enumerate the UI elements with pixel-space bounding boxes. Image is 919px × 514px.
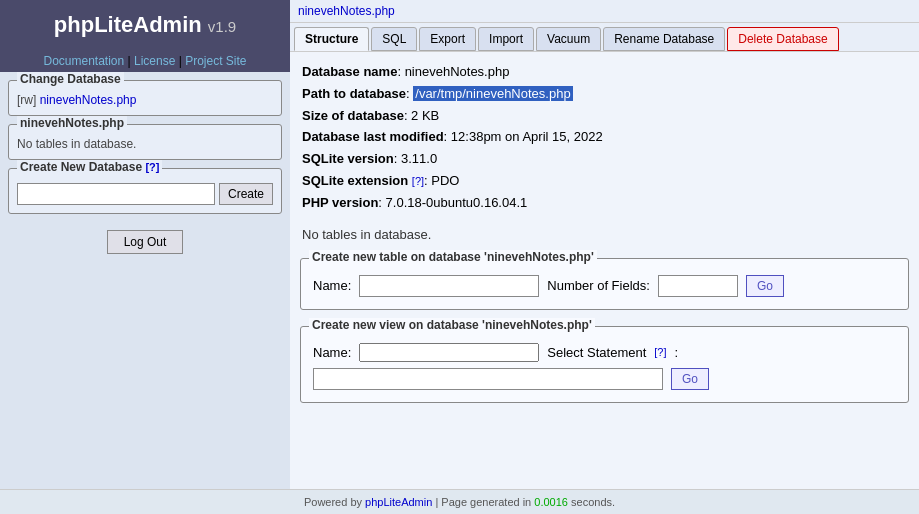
create-view-name-row: Name: Select Statement [?]: xyxy=(313,343,896,362)
sidebar-header: phpLiteAdmin v1.9 xyxy=(0,0,290,50)
change-db-legend: Change Database xyxy=(17,72,124,86)
create-view-go-button[interactable]: Go xyxy=(671,368,709,390)
tab-structure[interactable]: Structure xyxy=(294,27,369,51)
logout-button[interactable]: Log Out xyxy=(107,230,184,254)
create-table-section: Create new table on database 'ninevehNot… xyxy=(300,258,909,310)
breadcrumb-link[interactable]: ninevehNotes.php xyxy=(298,4,395,18)
current-db-box: ninevehNotes.php No tables in database. xyxy=(8,124,282,160)
create-view-select-label: Select Statement xyxy=(547,345,646,360)
db-modified-line: Database last modified: 12:38pm on April… xyxy=(302,127,907,148)
tab-delete-db[interactable]: Delete Database xyxy=(727,27,838,51)
create-table-row: Name: Number of Fields: Go xyxy=(313,267,896,297)
db-size-line: Size of database: 2 KB xyxy=(302,106,907,127)
create-table-fields-input[interactable] xyxy=(658,275,738,297)
tab-sql[interactable]: SQL xyxy=(371,27,417,51)
app-version: v1.9 xyxy=(208,18,236,35)
breadcrumb: ninevehNotes.php xyxy=(290,0,919,23)
documentation-link[interactable]: Documentation xyxy=(43,54,124,68)
license-link[interactable]: License xyxy=(134,54,175,68)
current-db-link[interactable]: ninevehNotes.php xyxy=(40,93,137,107)
create-db-input[interactable] xyxy=(17,183,215,205)
create-view-select-row: Go xyxy=(313,368,896,390)
create-table-name-input[interactable] xyxy=(359,275,539,297)
change-db-box: Change Database [rw] ninevehNotes.php xyxy=(8,80,282,116)
create-db-help-link[interactable]: [?] xyxy=(145,161,159,173)
footer-app-link[interactable]: phpLiteAdmin xyxy=(365,496,432,508)
current-db-legend: ninevehNotes.php xyxy=(17,116,127,130)
db-prefix: [rw] xyxy=(17,93,36,107)
create-table-name-label: Name: xyxy=(313,278,351,293)
db-path-value: /var/tmp/ninevehNotes.php xyxy=(413,86,572,101)
main-content: ninevehNotes.php Structure SQL Export Im… xyxy=(290,0,919,489)
create-view-section: Create new view on database 'ninevehNote… xyxy=(300,326,909,403)
db-name-line: Database name: ninevehNotes.php xyxy=(302,62,907,83)
tab-import[interactable]: Import xyxy=(478,27,534,51)
create-view-select-input[interactable] xyxy=(313,368,663,390)
footer: Powered by phpLiteAdmin | Page generated… xyxy=(0,489,919,514)
db-tables-content: No tables in database. xyxy=(17,131,273,151)
app-name: phpLiteAdmin v1.9 xyxy=(54,12,236,37)
php-version-line: PHP version: 7.0.18-0ubuntu0.16.04.1 xyxy=(302,193,907,214)
sqlite-version-line: SQLite version: 3.11.0 xyxy=(302,149,907,170)
db-path-line: Path to database: /var/tmp/ninevehNotes.… xyxy=(302,84,907,105)
create-view-select-help[interactable]: [?] xyxy=(654,346,666,358)
create-db-box: Create New Database [?] Create xyxy=(8,168,282,214)
create-db-legend: Create New Database [?] xyxy=(17,160,162,174)
db-info: Database name: ninevehNotes.php Path to … xyxy=(290,52,919,225)
tabs-bar: Structure SQL Export Import Vacuum Renam… xyxy=(290,23,919,52)
footer-timing: 0.0016 xyxy=(534,496,568,508)
no-tables-sidebar: No tables in database. xyxy=(17,137,136,151)
create-view-legend: Create new view on database 'ninevehNote… xyxy=(309,318,595,332)
create-table-fields-label: Number of Fields: xyxy=(547,278,650,293)
create-view-name-label: Name: xyxy=(313,345,351,360)
create-table-go-button[interactable]: Go xyxy=(746,275,784,297)
sqlite-ext-help-link[interactable]: [?] xyxy=(412,175,424,187)
sidebar-nav-links: Documentation | License | Project Site xyxy=(0,50,290,72)
create-view-rows: Name: Select Statement [?]: Go xyxy=(313,335,896,390)
no-tables-main: No tables in database. xyxy=(290,225,919,250)
project-site-link[interactable]: Project Site xyxy=(185,54,246,68)
logout-area: Log Out xyxy=(8,230,282,254)
create-view-name-input[interactable] xyxy=(359,343,539,362)
tab-vacuum[interactable]: Vacuum xyxy=(536,27,601,51)
sidebar: phpLiteAdmin v1.9 Documentation | Licens… xyxy=(0,0,290,489)
sqlite-ext-line: SQLite extension [?]: PDO xyxy=(302,171,907,192)
create-table-legend: Create new table on database 'ninevehNot… xyxy=(309,250,597,264)
sidebar-content: Change Database [rw] ninevehNotes.php ni… xyxy=(0,72,290,262)
tab-export[interactable]: Export xyxy=(419,27,476,51)
create-db-button[interactable]: Create xyxy=(219,183,273,205)
change-db-content: [rw] ninevehNotes.php xyxy=(17,87,273,107)
tab-rename-db[interactable]: Rename Database xyxy=(603,27,725,51)
create-db-content: Create xyxy=(17,175,273,205)
